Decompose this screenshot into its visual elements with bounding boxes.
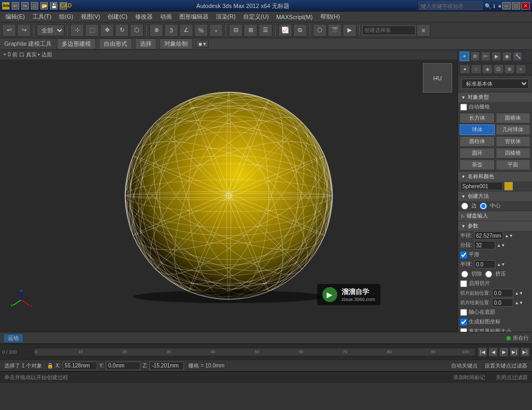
hemi-input[interactable]: [474, 260, 495, 269]
close-filter[interactable]: 关闭点过滤器: [496, 374, 528, 381]
slice-to-input[interactable]: [492, 298, 513, 307]
rotate-button[interactable]: ↻: [115, 24, 129, 37]
utilities-panel-icon[interactable]: 🔧: [513, 52, 522, 61]
close-button[interactable]: ✕: [521, 2, 530, 10]
selection-name-input[interactable]: [362, 26, 415, 35]
percent-snap[interactable]: %: [194, 24, 208, 37]
params-header[interactable]: ▼ 参数: [458, 221, 532, 231]
modify-panel-icon[interactable]: ⚙: [470, 52, 480, 61]
btn-torus[interactable]: 圆环: [460, 148, 495, 158]
render-setup-btn[interactable]: 🎬: [328, 24, 342, 37]
smooth-checkbox[interactable]: [460, 252, 467, 258]
btn-sphere[interactable]: 球体: [460, 124, 495, 135]
named-sel-btn[interactable]: ≡: [417, 24, 430, 37]
menu-animation[interactable]: 动画: [157, 12, 175, 22]
play-btn[interactable]: ▶: [499, 347, 509, 357]
btn-geosphere[interactable]: 几何球体: [496, 124, 531, 135]
add-time-tag[interactable]: 添加时间标记: [453, 374, 485, 381]
select-tab[interactable]: 选择: [135, 38, 156, 49]
move-button[interactable]: ✥: [100, 24, 114, 37]
goto-start-btn[interactable]: |◀: [478, 347, 487, 357]
lock-icon[interactable]: 🔒: [47, 363, 53, 369]
motion-panel-icon[interactable]: ▶: [492, 52, 501, 61]
btn-tube[interactable]: 管状体: [496, 136, 531, 147]
hemi-spinner[interactable]: ▲▼: [497, 262, 505, 267]
nav-btn4[interactable]: ⊡: [493, 64, 504, 74]
goto-end-btn[interactable]: ▶|: [520, 347, 530, 357]
paint-deform-tab[interactable]: 对象绘制: [160, 38, 193, 49]
menu-view[interactable]: 视图(V): [78, 12, 104, 22]
viewport[interactable]: + 0 前 口 真实 • 边面: [0, 50, 458, 332]
color-swatch[interactable]: [504, 182, 513, 190]
menu-group[interactable]: 组(G): [56, 12, 77, 22]
create-panel-icon[interactable]: ✦: [460, 52, 469, 61]
select-region-button[interactable]: ⬚: [85, 24, 99, 37]
slice-to-spinner[interactable]: ▲▼: [515, 300, 523, 305]
free-form-tab[interactable]: 自由形式: [99, 38, 132, 49]
spinner-snap[interactable]: ₙ: [209, 24, 223, 37]
menu-maxscript[interactable]: MAXScript(M): [273, 13, 315, 21]
graphite-badge[interactable]: ■ ▾: [196, 40, 209, 48]
search-input[interactable]: [419, 2, 483, 10]
navigation-cube[interactable]: HU: [423, 63, 452, 93]
nav-btn1[interactable]: ●: [460, 64, 470, 74]
prev-frame-btn[interactable]: ◀: [488, 347, 498, 357]
info-icon[interactable]: ℹ: [493, 3, 495, 9]
viewport-select[interactable]: 全部: [37, 24, 64, 36]
name-color-header[interactable]: ▼ 名称和颜色: [458, 171, 532, 181]
gen-map-checkbox[interactable]: [460, 319, 467, 325]
segments-spinner[interactable]: ▲▼: [497, 243, 505, 248]
real-uv-checkbox[interactable]: [460, 328, 467, 332]
base-pivot-checkbox[interactable]: [460, 309, 467, 316]
hierarchy-panel-icon[interactable]: ⊢: [481, 52, 491, 61]
nav-btn6[interactable]: ≈: [516, 64, 526, 74]
select-button[interactable]: ⊹: [70, 24, 84, 37]
undo-button[interactable]: ↩: [2, 24, 16, 37]
align-btn[interactable]: ⊞: [244, 24, 257, 37]
menu-edit[interactable]: 编辑(E): [2, 12, 28, 22]
snap-toggle[interactable]: 3: [164, 24, 178, 37]
btn-plane[interactable]: 平面: [496, 160, 531, 170]
render-btn[interactable]: ▶: [343, 24, 356, 37]
y-coord-input[interactable]: [106, 362, 140, 370]
search-icon[interactable]: 🔍: [485, 3, 491, 9]
menu-modifiers[interactable]: 修改器: [132, 12, 156, 22]
angle-snap[interactable]: ∠: [179, 24, 193, 37]
menu-graph-editor[interactable]: 图形编辑器: [176, 12, 212, 22]
quick-access-save[interactable]: 💾: [50, 2, 57, 10]
minimize-button[interactable]: ─: [502, 2, 511, 10]
btn-box[interactable]: 长方体: [460, 113, 495, 123]
nav-btn5[interactable]: ⊕: [504, 64, 515, 74]
btn-cone[interactable]: 圆锥体: [496, 113, 531, 123]
radius-spinner[interactable]: ▲▼: [505, 233, 513, 238]
menu-customize[interactable]: 自定义(U): [240, 12, 272, 22]
creation-method-header[interactable]: ▼ 创建方法: [458, 191, 532, 201]
segments-input[interactable]: [474, 241, 495, 249]
quick-access-icon[interactable]: ↩: [12, 2, 19, 10]
slice-from-input[interactable]: [492, 289, 513, 297]
set-tangent-label[interactable]: 设置关键点过滤器: [483, 362, 530, 370]
category-dropdown[interactable]: 标准基本体: [461, 79, 529, 89]
x-coord-input[interactable]: [63, 362, 97, 370]
slice-checkbox[interactable]: [460, 280, 467, 287]
menu-render[interactable]: 渲染(R): [213, 12, 239, 22]
nav-btn3[interactable]: ◈: [482, 64, 493, 74]
radio-edge[interactable]: [461, 203, 468, 210]
next-frame-btn[interactable]: ▶|: [510, 347, 519, 357]
menu-tools[interactable]: 工具(T): [29, 12, 55, 22]
maximize-button[interactable]: □: [512, 2, 520, 10]
menu-help[interactable]: 帮助(H): [317, 12, 343, 22]
tab-motion[interactable]: 运动: [3, 333, 23, 343]
object-name-input[interactable]: [460, 182, 503, 190]
object-type-header[interactable]: ▼ 对象类型: [458, 92, 532, 102]
redo-button[interactable]: ↪: [17, 24, 31, 37]
poly-modeling-tab[interactable]: 多边形建模: [57, 38, 96, 49]
slice-from-spinner[interactable]: ▲▼: [515, 291, 523, 296]
layer-btn[interactable]: ☰: [259, 24, 272, 37]
btn-pyramid[interactable]: 四棱锥: [496, 148, 531, 158]
star-icon[interactable]: ★: [497, 3, 502, 9]
curve-editor-btn[interactable]: 📈: [278, 24, 292, 37]
radio-squash[interactable]: [485, 271, 492, 278]
scale-button[interactable]: ⬡: [130, 24, 144, 37]
schematic-btn[interactable]: ⧉: [293, 24, 307, 37]
